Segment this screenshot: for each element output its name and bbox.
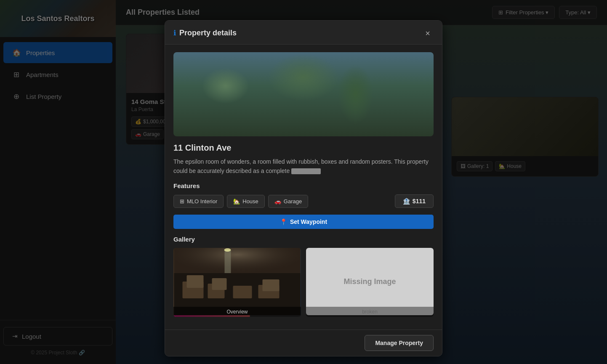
gallery-grid: Overview Missing Image broken [173, 248, 434, 317]
manage-property-button[interactable]: Manage Property [365, 335, 434, 351]
mlo-icon: ⊞ [180, 198, 184, 205]
modal-title: Property details [179, 29, 237, 37]
property-details-modal: ℹ Property details × 11 Clinton Ave The … [165, 20, 442, 357]
modal-body: 11 Clinton Ave The epsilon room of wonde… [165, 45, 442, 330]
features-row: ⊞ MLO Interior 🏡 House 🚗 Garage 🏦 $111 [173, 194, 434, 208]
gallery-title: Gallery [173, 236, 434, 243]
features-title: Features [173, 182, 434, 189]
hero-scene [173, 52, 434, 136]
waypoint-label: Set Waypoint [290, 218, 327, 225]
waypoint-icon: 📍 [280, 218, 287, 225]
info-icon: ℹ [173, 29, 176, 37]
modal-header: ℹ Property details × [165, 21, 442, 45]
modal-hero-image [173, 52, 434, 136]
house-icon: 🏡 [233, 198, 240, 205]
svg-point-11 [224, 248, 231, 252]
manage-property-row: Manage Property [165, 329, 442, 356]
gallery-item-broken[interactable]: Missing Image broken [306, 248, 434, 317]
main-content: All Properties Listed ⊞ Filter Propertie… [116, 0, 607, 364]
garage-label: Garage [284, 198, 302, 205]
modal-backdrop[interactable]: ℹ Property details × 11 Clinton Ave The … [116, 0, 607, 364]
svg-rect-6 [233, 286, 252, 298]
set-waypoint-button[interactable]: 📍 Set Waypoint [173, 215, 434, 229]
gallery-label-broken: broken [306, 307, 434, 317]
property-price: 🏦 $111 [395, 194, 434, 208]
svg-rect-9 [174, 248, 301, 282]
feature-house: 🏡 House [227, 195, 265, 208]
modal-close-button[interactable]: × [422, 27, 434, 39]
gallery-label-overview: Overview [173, 307, 301, 317]
house-label: House [242, 198, 258, 205]
price-value: $111 [413, 198, 426, 205]
bank-icon: 🏦 [403, 198, 410, 205]
svg-rect-10 [225, 250, 231, 273]
mlo-label: MLO Interior [187, 198, 217, 205]
gallery-image-overview [173, 248, 301, 315]
feature-garage: 🚗 Garage [268, 195, 308, 208]
garage-icon: 🚗 [274, 198, 281, 205]
censored-text [291, 168, 321, 174]
gallery-missing-image: Missing Image [306, 248, 434, 315]
modal-property-name: 11 Clinton Ave [173, 143, 434, 153]
modal-description: The epsilon room of wonders, a room fill… [173, 157, 434, 176]
feature-mlo-interior: ⊞ MLO Interior [173, 195, 224, 208]
gallery-item-overview[interactable]: Overview [173, 248, 301, 317]
